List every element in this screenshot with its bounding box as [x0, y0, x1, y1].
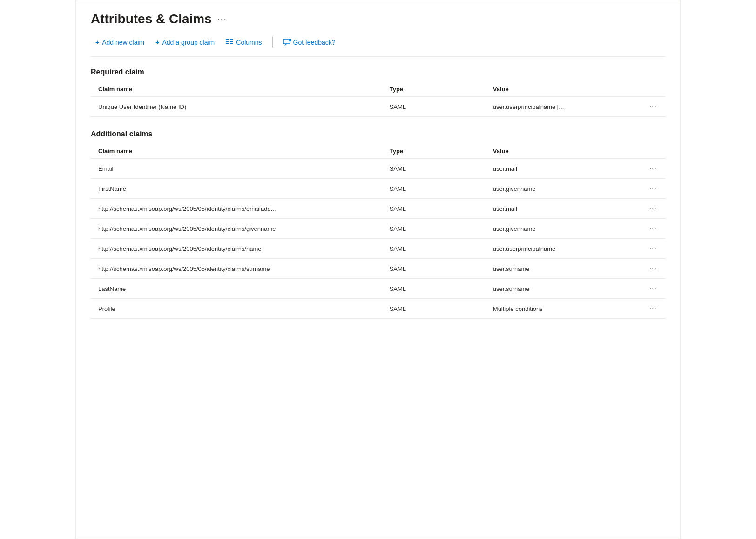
additional-claim-actions-1: ···: [631, 179, 665, 199]
required-claim-section: Required claim Claim name Type Value Uni…: [91, 68, 665, 117]
additional-claim-type-1: SAML: [390, 179, 493, 199]
table-row: http://schemas.xmlsoap.org/ws/2005/05/id…: [91, 239, 665, 259]
additional-claim-name-6: LastName: [91, 279, 390, 299]
additional-claim-value-6: user.surname: [493, 279, 631, 299]
additional-claim-name-5: http://schemas.xmlsoap.org/ws/2005/05/id…: [91, 259, 390, 279]
svg-rect-0: [226, 39, 229, 40]
add-group-claim-button[interactable]: + Add a group claim: [151, 36, 219, 49]
svg-rect-5: [230, 43, 233, 44]
additional-claim-type-6: SAML: [390, 279, 493, 299]
row-more-options-button[interactable]: ···: [647, 163, 660, 174]
svg-rect-1: [226, 41, 229, 42]
svg-rect-3: [230, 39, 233, 40]
additional-claim-name-2: http://schemas.xmlsoap.org/ws/2005/05/id…: [91, 199, 390, 219]
additional-claim-name-7: Profile: [91, 299, 390, 319]
additional-claims-col-value: Value: [493, 144, 631, 159]
row-more-options-button[interactable]: ···: [647, 223, 660, 234]
add-group-claim-icon: +: [155, 39, 159, 46]
additional-claim-type-0: SAML: [390, 159, 493, 179]
additional-claim-actions-3: ···: [631, 219, 665, 239]
required-claim-type-0: SAML: [390, 97, 493, 117]
page-header: Attributes & Claims ···: [91, 12, 665, 27]
add-new-claim-icon: +: [95, 39, 99, 46]
columns-label: Columns: [236, 39, 262, 46]
additional-claim-value-5: user.surname: [493, 259, 631, 279]
additional-claim-actions-0: ···: [631, 159, 665, 179]
additional-claim-type-7: SAML: [390, 299, 493, 319]
table-row: FirstNameSAMLuser.givenname···: [91, 179, 665, 199]
add-group-claim-label: Add a group claim: [162, 39, 215, 46]
required-claim-name-0: Unique User Identifier (Name ID): [91, 97, 390, 117]
additional-claim-actions-6: ···: [631, 279, 665, 299]
add-new-claim-label: Add new claim: [102, 39, 144, 46]
toolbar-separator: [272, 37, 273, 48]
additional-claim-value-2: user.mail: [493, 199, 631, 219]
required-claim-col-type: Type: [390, 82, 493, 97]
additional-claim-name-1: FirstName: [91, 179, 390, 199]
toolbar: + Add new claim + Add a group claim Colu…: [91, 36, 665, 57]
additional-claim-name-3: http://schemas.xmlsoap.org/ws/2005/05/id…: [91, 219, 390, 239]
additional-claims-title: Additional claims: [91, 130, 665, 138]
additional-claims-table: Claim name Type Value EmailSAMLuser.mail…: [91, 144, 665, 319]
additional-claim-type-3: SAML: [390, 219, 493, 239]
columns-button[interactable]: Columns: [221, 36, 266, 49]
required-claim-col-name: Claim name: [91, 82, 390, 97]
svg-rect-2: [226, 43, 229, 44]
feedback-button[interactable]: ! Got feedback?: [278, 36, 340, 49]
row-more-options-button[interactable]: ···: [647, 203, 660, 214]
svg-text:!: !: [289, 39, 289, 41]
required-claim-title: Required claim: [91, 68, 665, 76]
required-claim-value-0: user.userprincipalname [...: [493, 97, 631, 117]
table-row: http://schemas.xmlsoap.org/ws/2005/05/id…: [91, 259, 665, 279]
row-more-options-button[interactable]: ···: [647, 101, 660, 112]
additional-claims-section: Additional claims Claim name Type Value …: [91, 130, 665, 319]
table-row: Unique User Identifier (Name ID)SAMLuser…: [91, 97, 665, 117]
additional-claim-type-2: SAML: [390, 199, 493, 219]
additional-claim-name-0: Email: [91, 159, 390, 179]
required-claim-col-actions: [631, 82, 665, 97]
add-new-claim-button[interactable]: + Add new claim: [91, 36, 149, 49]
additional-claims-col-name: Claim name: [91, 144, 390, 159]
row-more-options-button[interactable]: ···: [647, 243, 660, 254]
table-row: http://schemas.xmlsoap.org/ws/2005/05/id…: [91, 199, 665, 219]
additional-claim-actions-5: ···: [631, 259, 665, 279]
additional-claim-value-3: user.givenname: [493, 219, 631, 239]
page-container: Attributes & Claims ··· + Add new claim …: [75, 0, 681, 539]
required-claim-header-row: Claim name Type Value: [91, 82, 665, 97]
required-claim-col-value: Value: [493, 82, 631, 97]
additional-claim-actions-2: ···: [631, 199, 665, 219]
additional-claim-value-0: user.mail: [493, 159, 631, 179]
feedback-icon: !: [283, 39, 290, 46]
additional-claim-type-5: SAML: [390, 259, 493, 279]
table-row: ProfileSAMLMultiple conditions···: [91, 299, 665, 319]
table-row: EmailSAMLuser.mail···: [91, 159, 665, 179]
required-claim-actions-0: ···: [631, 97, 665, 117]
additional-claim-value-7: Multiple conditions: [493, 299, 631, 319]
feedback-label: Got feedback?: [293, 39, 336, 46]
required-claim-table: Claim name Type Value Unique User Identi…: [91, 82, 665, 117]
page-title: Attributes & Claims: [91, 12, 212, 27]
header-more-options-icon[interactable]: ···: [217, 14, 227, 24]
row-more-options-button[interactable]: ···: [647, 283, 660, 294]
row-more-options-button[interactable]: ···: [647, 263, 660, 274]
additional-claims-col-type: Type: [390, 144, 493, 159]
additional-claim-value-4: user.userprincipalname: [493, 239, 631, 259]
additional-claim-type-4: SAML: [390, 239, 493, 259]
row-more-options-button[interactable]: ···: [647, 303, 660, 314]
additional-claim-name-4: http://schemas.xmlsoap.org/ws/2005/05/id…: [91, 239, 390, 259]
columns-icon: [226, 39, 233, 46]
additional-claim-value-1: user.givenname: [493, 179, 631, 199]
additional-claim-actions-7: ···: [631, 299, 665, 319]
additional-claim-actions-4: ···: [631, 239, 665, 259]
table-row: LastNameSAMLuser.surname···: [91, 279, 665, 299]
additional-claims-header-row: Claim name Type Value: [91, 144, 665, 159]
table-row: http://schemas.xmlsoap.org/ws/2005/05/id…: [91, 219, 665, 239]
svg-rect-4: [230, 41, 233, 42]
row-more-options-button[interactable]: ···: [647, 183, 660, 194]
additional-claims-col-actions: [631, 144, 665, 159]
